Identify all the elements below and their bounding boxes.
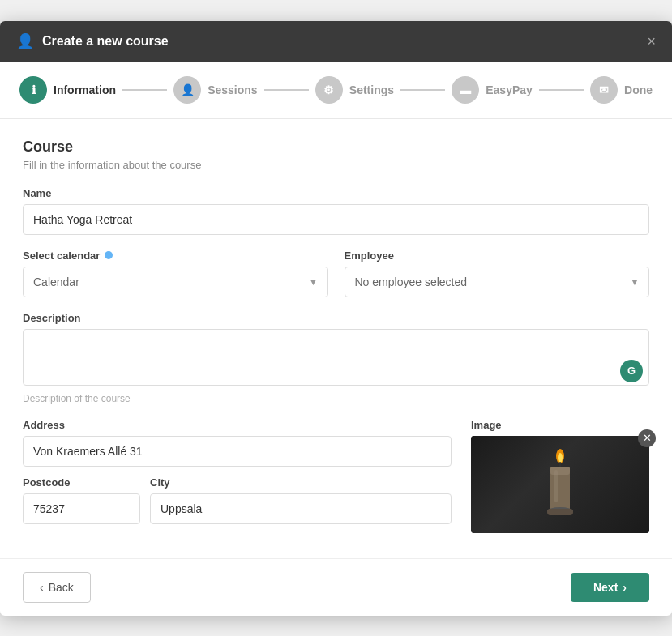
calendar-select[interactable]: Calendar (23, 267, 328, 297)
address-label: Address (23, 419, 452, 431)
modal-body: Course Fill in the information about the… (0, 119, 672, 558)
svg-rect-3 (550, 467, 570, 475)
connector-2 (264, 89, 309, 91)
postcode-input[interactable] (23, 493, 140, 524)
name-field-group: Name (23, 187, 649, 235)
description-label: Description (23, 312, 649, 324)
description-textarea[interactable] (23, 329, 649, 386)
header-left: 👤 Create a new course (16, 32, 169, 50)
step-easypay[interactable]: ▬ EasyPay (452, 76, 533, 104)
remove-image-button[interactable]: ✕ (638, 429, 656, 447)
step-sessions[interactable]: 👤 Sessions (173, 76, 257, 104)
description-hint: Description of the course (23, 393, 649, 404)
close-button[interactable]: × (647, 34, 656, 49)
calendar-field-group: Select calendar Calendar ▼ (23, 250, 328, 297)
modal-title: Create a new course (42, 34, 169, 49)
address-section: Address Postcode City (23, 419, 452, 539)
bottom-section: Address Postcode City Image ✕ (23, 419, 649, 539)
create-course-modal: 👤 Create a new course × ℹ Information 👤 … (0, 21, 672, 616)
step-circle-done: ✉ (590, 76, 618, 104)
next-label: Next (593, 581, 618, 594)
calendar-select-wrapper: Calendar ▼ (23, 267, 328, 297)
next-chevron-icon: › (623, 581, 627, 594)
step-circle-information: ℹ (19, 76, 47, 104)
connector-1 (122, 89, 167, 91)
step-settings[interactable]: ⚙ Settings (315, 76, 394, 104)
next-button[interactable]: Next › (571, 573, 649, 602)
postcode-field-group: Postcode (23, 476, 140, 524)
course-icon: 👤 (16, 32, 34, 50)
stepper: ℹ Information 👤 Sessions ⚙ Settings ▬ Ea… (0, 62, 672, 119)
back-label: Back (49, 581, 74, 594)
step-label-easypay: EasyPay (486, 83, 533, 96)
back-button[interactable]: ‹ Back (23, 572, 91, 603)
city-label: City (150, 476, 452, 489)
calendar-label: Select calendar (23, 250, 328, 262)
svg-point-1 (558, 453, 563, 463)
description-wrapper: G (23, 329, 649, 389)
image-preview (471, 436, 649, 533)
postcode-label: Postcode (23, 476, 140, 489)
grammarly-button[interactable]: G (620, 360, 643, 382)
calendar-info-dot (105, 251, 113, 259)
step-circle-easypay: ▬ (452, 76, 479, 104)
candle-image (471, 436, 649, 533)
address-input[interactable] (23, 436, 452, 467)
connector-4 (539, 89, 584, 91)
city-field-group: City (150, 476, 452, 524)
image-container: ✕ (471, 436, 649, 533)
section-title: Course (23, 139, 649, 156)
step-label-done: Done (624, 83, 653, 96)
svg-rect-5 (547, 509, 573, 515)
step-circle-sessions: 👤 (173, 76, 201, 104)
step-done[interactable]: ✉ Done (590, 76, 653, 104)
svg-rect-7 (554, 470, 558, 502)
image-label: Image (471, 419, 649, 431)
connector-3 (400, 89, 445, 91)
section-header: Course Fill in the information about the… (23, 139, 649, 171)
step-label-settings: Settings (349, 83, 394, 96)
step-circle-settings: ⚙ (315, 76, 343, 104)
back-chevron-icon: ‹ (40, 581, 44, 594)
employee-field-group: Employee No employee selected ▼ (345, 250, 650, 297)
step-label-sessions: Sessions (208, 83, 257, 96)
calendar-employee-row: Select calendar Calendar ▼ Employee No e… (23, 250, 649, 312)
city-input[interactable] (150, 493, 452, 524)
employee-select-wrapper: No employee selected ▼ (345, 267, 650, 297)
name-input[interactable] (23, 204, 649, 235)
employee-label: Employee (345, 250, 650, 262)
modal-header: 👤 Create a new course × (0, 21, 672, 62)
step-information[interactable]: ℹ Information (19, 76, 116, 104)
name-label: Name (23, 187, 649, 199)
modal-footer: ‹ Back Next › (0, 558, 672, 616)
image-section: Image ✕ (471, 419, 649, 539)
address-row: Postcode City (23, 476, 452, 539)
description-field-group: Description G Description of the course (23, 312, 649, 404)
section-subtitle: Fill in the information about the course (23, 159, 649, 171)
step-label-information: Information (54, 83, 116, 96)
employee-select[interactable]: No employee selected (345, 267, 650, 297)
candle-svg (528, 444, 593, 525)
